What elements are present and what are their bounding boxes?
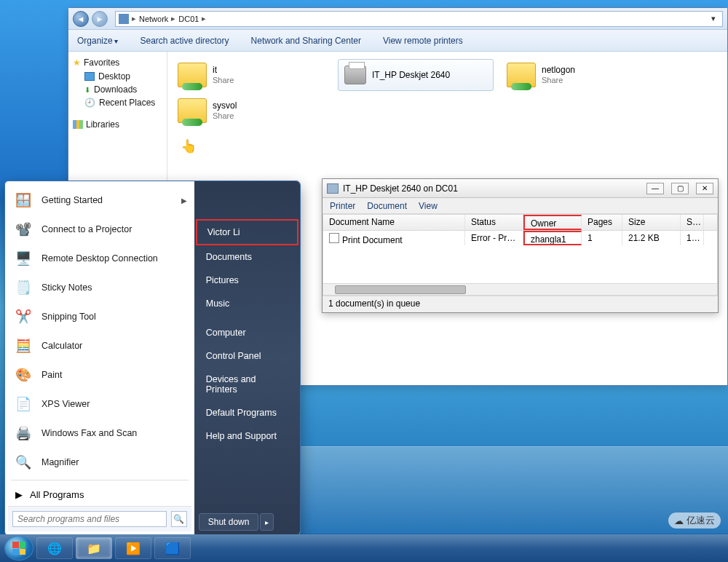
printer-small-icon <box>327 183 339 194</box>
app-icon: 🖨️ <box>12 422 34 444</box>
share-folder-icon <box>178 63 207 87</box>
taskbar: 🌐 📁 ▶️ 🟦 <box>0 534 728 562</box>
col-pages[interactable]: Pages <box>582 215 622 230</box>
maximize-button[interactable]: ▢ <box>671 183 689 194</box>
start-right-computer[interactable]: Computer <box>196 321 298 344</box>
col-owner[interactable]: Owner <box>523 215 582 230</box>
taskbar-media[interactable]: ▶️ <box>115 537 151 559</box>
shutdown-options-icon[interactable]: ▸ <box>260 513 274 531</box>
start-right-default-programs[interactable]: Default Programs <box>196 401 298 424</box>
search-icon[interactable]: 🔍 <box>171 511 187 527</box>
start-item-9[interactable]: 🔍Magnifier <box>8 448 191 477</box>
taskbar-explorer[interactable]: 📁 <box>76 537 112 559</box>
share-folder-icon <box>507 63 536 87</box>
menu-printer[interactable]: Printer <box>330 201 355 211</box>
start-item-6[interactable]: 🎨Paint <box>8 360 191 389</box>
col-status[interactable]: Status <box>465 215 523 230</box>
crumb-sep-icon: ▸ <box>202 14 206 23</box>
start-item-8[interactable]: 🖨️Windows Fax and Scan <box>8 419 191 448</box>
address-bar[interactable]: ▸ Network ▸ DC01 ▸ ▾ <box>115 11 723 27</box>
start-item-4[interactable]: ✂️Snipping Tool <box>8 302 191 331</box>
libraries-header[interactable]: Libraries <box>73 119 162 130</box>
col-submitted[interactable]: Sul <box>681 215 704 230</box>
crumb-dc01[interactable]: DC01 <box>178 15 199 23</box>
start-right-devices-and-printers[interactable]: Devices and Printers <box>196 368 298 401</box>
table-row[interactable]: Print Document Error - Prin... zhangla1 … <box>323 231 717 245</box>
horizontal-scrollbar[interactable] <box>323 283 717 295</box>
explorer-toolbar: Organize Search active directory Network… <box>68 30 727 52</box>
libraries-icon <box>73 120 83 129</box>
chevron-right-icon: ▶ <box>15 489 23 500</box>
col-size[interactable]: Size <box>622 215 681 230</box>
view-printers-link[interactable]: View remote printers <box>383 36 463 46</box>
forward-button[interactable]: ► <box>92 11 108 27</box>
minimize-button[interactable]: — <box>646 183 664 194</box>
network-icon <box>119 14 129 24</box>
nav-desktop[interactable]: Desktop <box>73 70 162 83</box>
start-right-pictures[interactable]: Pictures <box>196 269 298 292</box>
desktop-wave <box>301 446 728 534</box>
recent-icon: 🕘 <box>84 98 95 108</box>
star-icon: ★ <box>73 58 81 68</box>
start-item-7[interactable]: 📄XPS Viewer <box>8 389 191 419</box>
app-icon: 📽️ <box>12 218 34 240</box>
crumb-sep-icon: ▸ <box>132 14 136 23</box>
print-queue-window: IT_HP Deskjet 2640 on DC01 — ▢ ✕ Printer… <box>322 178 719 313</box>
app-icon: ✂️ <box>12 306 34 328</box>
queue-title: IT_HP Deskjet 2640 on DC01 <box>343 183 458 194</box>
chevron-right-icon: ▶ <box>181 197 187 205</box>
search-ad-link[interactable]: Search active directory <box>140 36 229 46</box>
start-right-victor-li[interactable]: Victor Li <box>196 219 298 245</box>
start-button[interactable] <box>4 536 33 561</box>
table-header: Document Name Status Owner Pages Size Su… <box>323 215 717 231</box>
share-sysvol[interactable]: sysvolShare <box>175 95 328 126</box>
app-icon: 🧮 <box>12 335 34 357</box>
start-item-0[interactable]: 🪟Getting Started▶ <box>8 186 191 215</box>
col-document[interactable]: Document Name <box>323 215 465 230</box>
favorites-header[interactable]: ★Favorites <box>73 58 162 68</box>
back-button[interactable]: ◄ <box>73 11 89 27</box>
start-right-documents[interactable]: Documents <box>196 245 298 269</box>
start-right-control-panel[interactable]: Control Panel <box>196 344 298 368</box>
separator <box>11 480 189 480</box>
taskbar-ie[interactable]: 🌐 <box>36 537 73 559</box>
share-folder-icon <box>178 98 207 123</box>
desktop-icon <box>84 72 95 81</box>
menu-view[interactable]: View <box>419 201 438 211</box>
windows-logo-icon <box>12 542 25 555</box>
document-icon <box>329 233 339 243</box>
printer-share[interactable]: IT_HP Deskjet 2640 <box>338 59 494 91</box>
taskbar-app[interactable]: 🟦 <box>154 537 191 559</box>
crumb-sep-icon: ▸ <box>171 14 175 23</box>
network-center-link[interactable]: Network and Sharing Center <box>251 36 361 46</box>
start-item-5[interactable]: 🧮Calculator <box>8 331 191 360</box>
close-button[interactable]: ✕ <box>696 183 713 194</box>
organize-menu[interactable]: Organize <box>77 36 118 46</box>
crumb-network[interactable]: Network <box>139 15 168 23</box>
app-icon: 🔍 <box>12 451 34 473</box>
start-item-3[interactable]: 🗒️Sticky Notes <box>8 273 191 302</box>
downloads-icon: ⬇ <box>84 86 90 94</box>
search-input[interactable] <box>12 511 167 527</box>
shutdown-button[interactable]: Shut down <box>199 513 259 531</box>
app-icon: 🎨 <box>12 364 34 386</box>
start-right-music[interactable]: Music <box>196 292 298 315</box>
start-right-help-and-support[interactable]: Help and Support <box>196 424 298 448</box>
nav-recent[interactable]: 🕘Recent Places <box>73 96 162 109</box>
share-netlogon[interactable]: netlogonShare <box>504 59 657 91</box>
queue-table: Document Name Status Owner Pages Size Su… <box>323 214 718 296</box>
start-item-1[interactable]: 📽️Connect to a Projector <box>8 215 191 244</box>
app-icon: 🖥️ <box>12 248 34 269</box>
address-dropdown-icon[interactable]: ▾ <box>708 14 719 23</box>
menu-document[interactable]: Document <box>367 201 407 211</box>
start-item-2[interactable]: 🖥️Remote Desktop Connection <box>8 244 191 273</box>
explorer-titlebar: ◄ ► ▸ Network ▸ DC01 ▸ ▾ <box>68 8 727 30</box>
watermark: ☁ 亿速云 <box>668 512 721 529</box>
queue-statusbar: 1 document(s) in queue <box>323 296 718 312</box>
start-left-pane: 🪟Getting Started▶📽️Connect to a Projecto… <box>5 181 194 535</box>
queue-titlebar[interactable]: IT_HP Deskjet 2640 on DC01 — ▢ ✕ <box>323 179 718 198</box>
queue-menu: Printer Document View <box>323 198 718 214</box>
nav-downloads[interactable]: ⬇Downloads <box>73 83 162 96</box>
all-programs[interactable]: ▶All Programs <box>8 483 191 506</box>
share-it[interactable]: itShare <box>175 59 328 91</box>
